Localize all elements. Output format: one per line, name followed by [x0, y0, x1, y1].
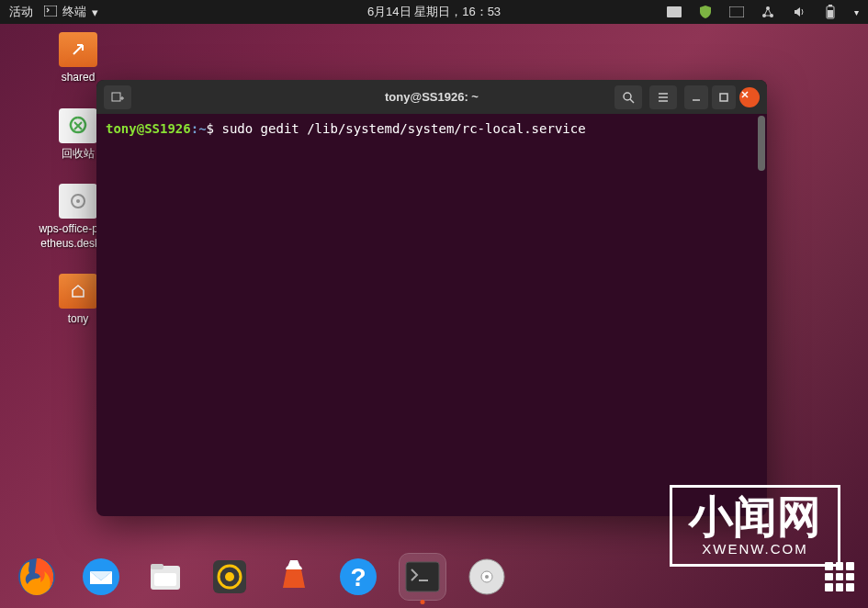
app-menu[interactable]: 终端 ▾: [44, 4, 98, 20]
dock: ?: [9, 550, 859, 603]
activities-button[interactable]: 活动: [9, 4, 33, 20]
svg-rect-18: [154, 573, 176, 586]
prompt-symbol: $: [207, 121, 214, 136]
svg-point-10: [76, 199, 80, 203]
dock-help[interactable]: ?: [335, 554, 381, 600]
chevron-down-icon[interactable]: ▾: [854, 7, 859, 17]
terminal-command-text: sudo gedit /lib/systemd/system/rc-local.…: [221, 121, 585, 136]
keyboard-icon[interactable]: [667, 5, 682, 19]
window-title: tony@SS1926: ~: [385, 90, 479, 104]
desktop-icon-label: shared: [62, 71, 96, 85]
prompt-path: ~: [198, 121, 206, 136]
folder-link-icon: [59, 32, 97, 67]
network-icon[interactable]: [761, 5, 775, 19]
search-button[interactable]: [614, 85, 642, 109]
svg-rect-24: [406, 562, 439, 591]
home-folder-icon: [59, 274, 97, 309]
battery-icon[interactable]: [823, 5, 838, 19]
dock-disc[interactable]: [464, 554, 510, 600]
show-applications-button[interactable]: [825, 562, 854, 591]
dock-thunderbird[interactable]: [78, 554, 124, 600]
prompt-sep: :: [191, 121, 198, 136]
volume-icon[interactable]: [792, 5, 806, 19]
close-button[interactable]: [739, 87, 760, 107]
watermark-main: 小闻网: [689, 495, 821, 539]
svg-text:?: ?: [350, 563, 366, 591]
clock[interactable]: 6月14日 星期日，16：53: [367, 4, 501, 20]
desktop-icon-shared[interactable]: shared: [37, 32, 119, 85]
svg-rect-0: [44, 6, 57, 17]
desktop-icon-label: tony: [68, 312, 89, 327]
chevron-down-icon: ▾: [92, 6, 98, 19]
maximize-button[interactable]: [712, 85, 736, 109]
dock-firefox[interactable]: [14, 554, 60, 600]
svg-rect-17: [151, 564, 163, 569]
svg-rect-1: [667, 6, 682, 17]
dock-terminal[interactable]: [400, 554, 445, 600]
desktop-icon-label: 回收站: [62, 147, 95, 162]
terminal-window: tony@SS1926: ~ tony@SS1926:~$ sudo gedit…: [96, 80, 767, 516]
dock-files[interactable]: [142, 554, 188, 600]
new-tab-button[interactable]: [104, 85, 131, 109]
shield-icon[interactable]: [698, 5, 713, 19]
terminal-titlebar[interactable]: tony@SS1926: ~: [96, 80, 767, 114]
svg-point-12: [624, 93, 631, 100]
svg-point-21: [225, 572, 234, 581]
terminal-body[interactable]: tony@SS1926:~$ sudo gedit /lib/systemd/s…: [96, 114, 767, 516]
svg-point-28: [485, 575, 489, 579]
input-method-icon[interactable]: [729, 5, 744, 19]
svg-rect-2: [729, 6, 744, 17]
dock-software[interactable]: [271, 554, 317, 600]
minimize-button[interactable]: [684, 85, 708, 109]
svg-rect-11: [112, 93, 120, 101]
dock-rhythmbox[interactable]: [207, 554, 253, 600]
svg-rect-8: [828, 10, 833, 17]
svg-rect-13: [720, 94, 727, 101]
terminal-app-icon: [44, 6, 57, 19]
prompt-user: tony@SS1926: [106, 121, 191, 136]
settings-file-icon: [59, 184, 97, 219]
menu-button[interactable]: [649, 85, 677, 109]
trash-icon: [59, 108, 97, 143]
app-menu-label: 终端: [62, 4, 86, 20]
terminal-scrollbar[interactable]: [758, 116, 765, 171]
top-bar: 活动 终端 ▾ 6月14日 星期日，16：53 ▾: [0, 0, 868, 24]
